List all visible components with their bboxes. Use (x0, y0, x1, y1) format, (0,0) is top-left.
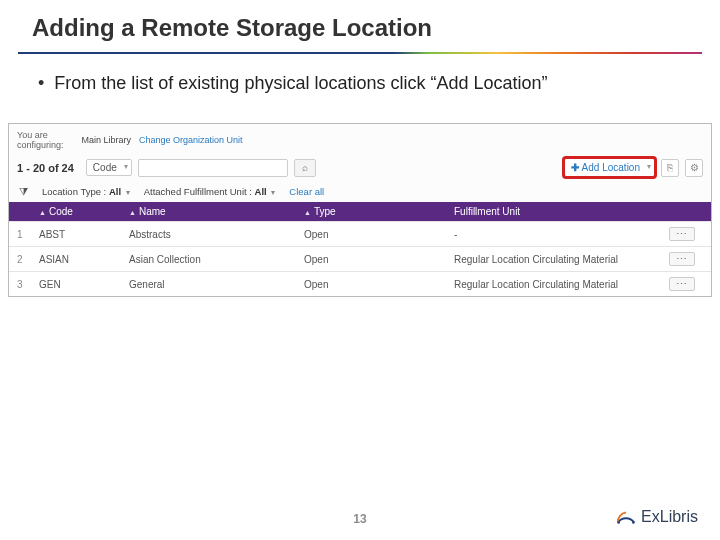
search-input[interactable] (138, 159, 288, 177)
add-location-label: Add Location (582, 162, 640, 173)
bullet-block: • From the list of existing physical loc… (0, 54, 720, 95)
config-row: You are configuring: Main Library Change… (9, 124, 711, 154)
row-actions-button[interactable]: ⋯ (669, 227, 695, 241)
chevron-down-icon: ▾ (126, 188, 130, 197)
gear-icon[interactable]: ⚙ (685, 159, 703, 177)
sort-dropdown[interactable]: Code (86, 159, 132, 176)
exlibris-arc-icon (615, 506, 637, 528)
filter-location-type[interactable]: Location Type : All ▾ (42, 186, 130, 197)
table-row: 1 ABST Abstracts Open - ⋯ (9, 221, 711, 246)
col-fulfillment-unit: Fulfillment Unit (454, 206, 669, 217)
bullet-text: From the list of existing physical locat… (54, 72, 547, 95)
config-label: You are configuring: (17, 130, 64, 150)
col-code[interactable]: ▲Code (39, 206, 129, 217)
brand-logo: ExLibris (615, 506, 698, 528)
table-header: ▲Code ▲Name ▲Type Fulfillment Unit (9, 202, 711, 221)
add-location-button[interactable]: ✚Add Location (564, 158, 655, 177)
bullet-dot: • (38, 72, 44, 94)
table-row: 3 GEN General Open Regular Location Circ… (9, 271, 711, 296)
chevron-down-icon: ▾ (271, 188, 275, 197)
row-actions-button[interactable]: ⋯ (669, 252, 695, 266)
toolbar: 1 - 20 of 24 Code ⌕ ✚Add Location ⎘ ⚙ (9, 154, 711, 181)
filter-bar: ⧩ Location Type : All ▾ Attached Fulfill… (9, 181, 711, 202)
col-name[interactable]: ▲Name (129, 206, 304, 217)
col-type[interactable]: ▲Type (304, 206, 454, 217)
filter-icon: ⧩ (19, 185, 28, 198)
app-screenshot: You are configuring: Main Library Change… (8, 123, 712, 297)
config-unit: Main Library (82, 135, 132, 145)
brand-text: ExLibris (641, 508, 698, 526)
slide-title: Adding a Remote Storage Location (0, 0, 720, 50)
change-org-link[interactable]: Change Organization Unit (139, 135, 243, 145)
search-button[interactable]: ⌕ (294, 159, 316, 177)
clear-filters-link[interactable]: Clear all (289, 186, 324, 197)
result-range: 1 - 20 of 24 (17, 162, 74, 174)
svg-point-1 (632, 521, 635, 524)
table-row: 2 ASIAN Asian Collection Open Regular Lo… (9, 246, 711, 271)
row-actions-button[interactable]: ⋯ (669, 277, 695, 291)
search-icon: ⌕ (302, 162, 308, 173)
svg-point-0 (617, 521, 620, 524)
plus-icon: ✚ (571, 162, 579, 173)
page-number: 13 (0, 512, 720, 526)
export-icon[interactable]: ⎘ (661, 159, 679, 177)
filter-fulfillment-unit[interactable]: Attached Fulfillment Unit : All ▾ (144, 186, 276, 197)
